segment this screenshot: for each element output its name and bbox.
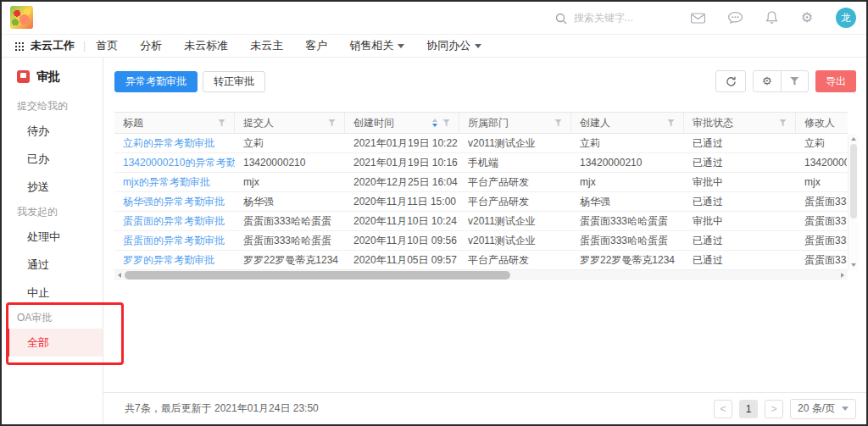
table-cell: 2020年11月05日 09:57 (345, 251, 459, 269)
table-cell: mjx (796, 173, 847, 191)
top-bar: 搜索关键字... ⚙ 龙 (2, 2, 866, 34)
column-label: 提交人 (243, 116, 274, 130)
table-cell: 杨华强 (235, 192, 345, 211)
tab-regularization[interactable]: 转正审批 (203, 71, 265, 92)
nav-item-4[interactable]: 客户 (305, 38, 327, 53)
filter-icon[interactable] (667, 119, 675, 127)
vertical-scrollbar[interactable] (848, 134, 858, 270)
scroll-down-icon[interactable] (849, 260, 858, 270)
page-number[interactable]: 1 (739, 400, 758, 418)
table-row: 蛋蛋面的异常考勤审批蛋蛋面333哈哈蛋蛋2020年11月10日 10:24v20… (114, 212, 848, 231)
panel-title-label: 审批 (36, 69, 60, 85)
page-size-select[interactable]: 20 条/页 (790, 399, 856, 419)
column-header-6[interactable]: 修改人 (796, 113, 847, 133)
column-header-3[interactable]: 所属部门 (459, 113, 571, 133)
row-title-link[interactable]: mjx的异常考勤审批 (114, 173, 235, 191)
table-cell: 罗罗22罗曼蒂克1234 (571, 251, 684, 269)
filter-icon[interactable] (779, 119, 787, 127)
table-cell: 平台产品研发 (459, 251, 571, 269)
panel-title: 审批 (2, 58, 103, 95)
app-launcher-icon[interactable] (15, 42, 17, 44)
avatar[interactable]: 龙 (836, 8, 856, 28)
nav-item-3[interactable]: 未云主 (250, 38, 283, 53)
prev-page-button[interactable]: < (714, 400, 732, 418)
sidebar-item[interactable]: 待办 (7, 117, 103, 145)
column-settings-icon[interactable]: ⚙ (754, 71, 781, 91)
sort-desc-icon (432, 124, 437, 127)
sidebar-item[interactable]: 中止 (7, 279, 103, 307)
table-cell: 蛋蛋面333哈哈蛋蛋 (571, 212, 684, 230)
filter-icon[interactable] (328, 119, 336, 127)
scroll-up-icon[interactable] (849, 134, 858, 144)
table-row: 立莉的异常考勤审批立莉2021年01月19日 10:22v2011测试企业立莉已… (114, 134, 848, 153)
main-panel: 异常考勤审批 转正审批 ⚙ 导出 标题提交人创建时间所属部门创建人审批状态 (103, 58, 866, 424)
sidebar-group-label-0: 提交给我的 (2, 95, 103, 117)
content-area: 审批 提交给我的待办已办抄送我发起的处理中通过中止OA审批全部 异常考勤审批 转… (2, 58, 866, 424)
row-title-link[interactable]: 13420000210的异常考勤审批 (114, 153, 235, 172)
table-cell: 蛋蛋面333哈哈 (796, 251, 847, 269)
column-header-1[interactable]: 提交人 (235, 113, 345, 133)
row-title-link[interactable]: 蛋蛋面的异常考勤审批 (114, 212, 235, 230)
table-row: 13420000210的异常考勤审批134200002102021年01月19日… (114, 153, 848, 173)
global-search[interactable]: 搜索关键字... (555, 11, 633, 25)
table-cell: 已通过 (684, 251, 796, 269)
row-title-link[interactable]: 蛋蛋面的异常考勤审批 (114, 231, 235, 250)
row-title-link[interactable]: 罗罗的异常考勤审批 (114, 251, 235, 269)
row-title-link[interactable]: 立莉的异常考勤审批 (114, 134, 235, 152)
nav-item-0[interactable]: 首页 (96, 38, 118, 53)
table-cell: 立莉 (235, 134, 345, 152)
table-body: 立莉的异常考勤审批立莉2021年01月19日 10:22v2011测试企业立莉已… (114, 134, 848, 270)
tab-abnormal-attendance[interactable]: 异常考勤审批 (114, 71, 198, 92)
nav-item-2[interactable]: 未云标准 (184, 38, 228, 53)
table-cell: mjx (571, 173, 684, 191)
column-header-2[interactable]: 创建时间 (345, 113, 459, 133)
approval-icon (17, 70, 30, 83)
mail-icon[interactable] (691, 13, 705, 24)
export-button[interactable]: 导出 (815, 70, 856, 92)
sidebar-item[interactable]: 通过 (7, 251, 103, 279)
column-label: 所属部门 (468, 116, 509, 130)
topbar-actions: ⚙ 龙 (691, 8, 856, 28)
column-header-5[interactable]: 审批状态 (684, 113, 796, 133)
toolbar: 异常考勤审批 转正审批 ⚙ 导出 (103, 58, 866, 92)
sidebar-item[interactable]: 处理中 (7, 223, 103, 251)
nav-item-1[interactable]: 分析 (140, 38, 162, 53)
app-logo[interactable] (10, 6, 33, 29)
vertical-scroll-thumb[interactable] (850, 144, 857, 219)
table-cell: 立莉 (571, 134, 684, 152)
sidebar-item[interactable]: 全部 (7, 329, 103, 357)
nav-separator: | (83, 40, 86, 52)
table-cell: 2020年11月10日 09:56 (345, 231, 459, 250)
filter-icon[interactable] (218, 119, 225, 127)
column-header-4[interactable]: 创建人 (571, 113, 684, 133)
refresh-button[interactable] (715, 70, 746, 92)
workspace-title[interactable]: 未云工作 (31, 38, 75, 53)
table-footer: 共7条，最后更新于 2021年01月24日 23:50 < 1 > 20 条/页 (103, 392, 866, 424)
filter-button[interactable] (781, 71, 809, 91)
table-cell: 已通过 (684, 192, 796, 211)
table-row: 杨华强的异常考勤审批杨华强2020年11月11日 15:00平台产品研发杨华强已… (114, 192, 848, 212)
scroll-left-icon[interactable] (114, 270, 125, 280)
next-page-button[interactable]: > (765, 400, 783, 418)
bell-icon[interactable] (765, 11, 778, 25)
chat-icon[interactable] (728, 12, 743, 25)
column-header-0[interactable]: 标题 (114, 113, 235, 133)
sidebar-item[interactable]: 已办 (7, 145, 103, 173)
search-icon (555, 13, 567, 25)
table-cell: mjx (235, 173, 345, 191)
horizontal-scroll-thumb[interactable] (125, 271, 510, 279)
table-cell: 蛋蛋面333哈哈蛋蛋 (235, 231, 345, 250)
gear-icon[interactable]: ⚙ (801, 11, 813, 25)
table-cell: 杨华强 (571, 192, 684, 211)
app-window: 搜索关键字... ⚙ 龙 未云工作 | 首页分析未云标准未云主客户销售相关协同办… (0, 0, 868, 426)
nav-item-5[interactable]: 销售相关 (349, 38, 404, 53)
sort-icon[interactable] (432, 119, 437, 127)
horizontal-scrollbar[interactable] (114, 270, 848, 280)
sidebar-item[interactable]: 抄送 (7, 173, 103, 201)
scroll-right-icon[interactable] (837, 270, 848, 280)
filter-icon[interactable] (442, 119, 450, 127)
row-title-link[interactable]: 杨华强的异常考勤审批 (114, 192, 235, 211)
filter-icon[interactable] (554, 119, 562, 127)
nav-item-6[interactable]: 协同办公 (426, 38, 481, 53)
table-cell: 2020年12月25日 16:04 (345, 173, 459, 191)
